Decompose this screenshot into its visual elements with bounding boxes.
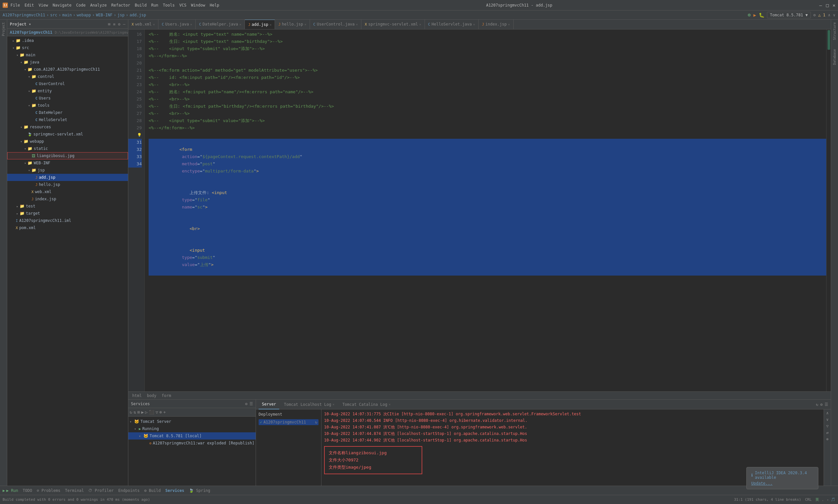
services-war-exploded[interactable]: ⚙ A1207springmvcCh11:war exploded [Repub… [128, 439, 256, 447]
breadcrumb-main[interactable]: main [62, 13, 72, 17]
tree-item-control[interactable]: ▾ 📁 control [7, 73, 128, 80]
build-button[interactable]: ⚙ Build [144, 488, 161, 493]
services-button[interactable]: Services [165, 488, 184, 493]
menu-tools[interactable]: Tools [163, 3, 175, 7]
menu-view[interactable]: View [39, 3, 48, 7]
deployment-reload-icon[interactable]: ↻ [315, 420, 317, 425]
tab-helloservlet[interactable]: C HelloServlet.java ✕ [425, 20, 479, 29]
endpoints-button[interactable]: Endpoints [118, 488, 140, 493]
breadcrumb-webapp[interactable]: webapp [76, 13, 91, 17]
tab-datehelper[interactable]: C DateHelper.java ✕ [196, 20, 245, 29]
server-output-more-icon[interactable]: ☰ [824, 402, 828, 407]
tree-item-web-xml[interactable]: X web.xml [7, 188, 128, 195]
tab-indexjsp[interactable]: J index.jsp ✕ [479, 20, 514, 29]
server-tab-localhost-log[interactable]: Tomcat Localhost Log ✕ [281, 400, 338, 410]
tree-item-pom[interactable]: X pom.xml [7, 224, 128, 231]
services-running[interactable]: ▾ ▶ Running [128, 425, 256, 432]
tree-item-webapp[interactable]: ▾ 📁 webapp [7, 138, 128, 145]
tree-item-liangzibosui[interactable]: 🖼 liangzibosui.jpg [7, 152, 128, 159]
services-reload-icon[interactable]: ↻ [130, 410, 132, 415]
html-breadcrumb[interactable]: html [132, 393, 142, 398]
services-sort-icon[interactable]: ⇅ [133, 410, 136, 415]
tree-item-hello-jsp[interactable]: J hello.jsp [7, 181, 128, 188]
tree-item-idea[interactable]: ▸ 📁 .idea [7, 37, 128, 44]
output-scroll-up-icon[interactable]: ∧ [826, 411, 828, 415]
project-settings-icon[interactable]: ⊞ [108, 22, 110, 26]
output-scroll-down-icon[interactable]: ∨ [826, 417, 828, 422]
services-tomcat-server[interactable]: ▾ 🐱 Tomcat Server [128, 418, 256, 425]
menu-build[interactable]: Build [135, 3, 147, 7]
tree-item-static[interactable]: ▾ 📁 static [7, 145, 128, 152]
toolbar-run-icon[interactable]: ▶ [753, 13, 756, 18]
tree-item-add-jsp[interactable]: J add.jsp [7, 174, 128, 181]
menu-analyze[interactable]: Analyze [90, 3, 107, 7]
services-stop-icon[interactable]: ⬛ [149, 410, 154, 415]
tree-item-jsp-folder[interactable]: ▾ 📁 jsp [7, 166, 128, 174]
menu-file[interactable]: File [11, 3, 20, 7]
minimize-button[interactable]: — [819, 3, 822, 8]
toolbar-gear-icon[interactable]: ⚙ [814, 13, 816, 17]
tree-item-target[interactable]: ▸ 📁 target [7, 210, 128, 217]
todo-button[interactable]: TODO [22, 488, 32, 493]
tree-item-src[interactable]: ▾ 📁 src [7, 44, 128, 51]
tree-item-iml[interactable]: I A1207springmvcCh11.iml [7, 217, 128, 224]
output-wrap-icon[interactable]: ⇄ [826, 430, 828, 435]
database-tool-icon[interactable]: Database [833, 49, 836, 65]
close-button[interactable]: ✕ [833, 3, 835, 8]
tree-item-resources[interactable]: ▾ 📁 resources [7, 123, 128, 130]
tree-item-test[interactable]: ▸ 📁 test [7, 202, 128, 210]
project-gear-icon[interactable]: ⚙ [118, 22, 121, 26]
form-breadcrumb[interactable]: form [162, 393, 171, 398]
toolbar-debug-icon[interactable]: 🐛 [759, 13, 764, 18]
tree-item-springmvc-xml[interactable]: 🍃 springmvc-servlet.xml [7, 130, 128, 138]
services-debug-icon[interactable]: ▷ [145, 410, 148, 415]
server-output-settings-icon[interactable]: ⚙ [820, 402, 823, 407]
tree-item-tools[interactable]: ▾ 📁 tools [7, 102, 128, 109]
tree-item-entity[interactable]: ▾ 📁 entity [7, 87, 128, 94]
terminal-button[interactable]: Terminal [65, 488, 84, 493]
menu-refactor[interactable]: Refactor [111, 3, 130, 7]
tab-usercontrol[interactable]: C UserControl.java ✕ [310, 20, 361, 29]
breadcrumb-addjsp[interactable]: add.jsp [130, 13, 146, 17]
menu-navigate[interactable]: Navigate [53, 3, 72, 7]
server-output-reload-icon[interactable]: ↻ [816, 402, 818, 407]
deployment-item[interactable]: ✓ A1207springmvcCh11 ↻ [258, 419, 319, 425]
tab-usersjava[interactable]: C Users.java ✕ [158, 20, 196, 29]
code-content[interactable]: <%-- 姓名: <input type="text" name="name">… [145, 30, 826, 392]
profiler-button[interactable]: ⏱ Profiler [88, 488, 113, 493]
services-config-icon[interactable]: ☰ [249, 401, 253, 406]
toolbar-search-icon[interactable]: ⊕ [748, 12, 751, 18]
notification-update-link[interactable]: Update... [751, 481, 772, 486]
menu-edit[interactable]: Edit [24, 3, 34, 7]
services-run-icon[interactable]: ▶ [141, 410, 144, 415]
tab-addjsp[interactable]: J add.jsp ✕ [245, 20, 275, 29]
menu-help[interactable]: Help [210, 3, 219, 7]
tree-item-java[interactable]: ▾ 📁 java [7, 58, 128, 66]
services-group-icon[interactable]: ⊞ [138, 410, 140, 415]
spring-button[interactable]: 🍃 Spring [189, 488, 211, 493]
output-filter-icon[interactable]: ▽ [826, 424, 828, 428]
menu-code[interactable]: Code [76, 3, 86, 7]
tomcat-badge[interactable]: Tomcat 8.5.781 ▼ [767, 12, 811, 18]
structure-tool-icon[interactable]: Structure [833, 22, 836, 40]
tree-item-users[interactable]: C Users [7, 94, 128, 102]
services-settings-icon[interactable]: ⚙ [245, 401, 248, 406]
breadcrumb-webinf[interactable]: WEB-INF [96, 13, 113, 17]
toolbar-chevron-up[interactable]: ∧ [828, 13, 831, 17]
tree-item-datehelper[interactable]: C DateHelper [7, 109, 128, 116]
tree-item-com[interactable]: ▾ 📁 com.A1207.A1207springmvcCh11 [7, 66, 128, 73]
tab-hellojsp[interactable]: J hello.jsp ✕ [275, 20, 310, 29]
output-clear-icon[interactable]: ⊗ [826, 437, 828, 442]
body-breadcrumb[interactable]: body [147, 393, 157, 398]
tab-webxml[interactable]: X web.xml ✕ [128, 20, 158, 29]
services-pin-icon[interactable]: ⊕ [159, 410, 162, 415]
tree-item-main[interactable]: ▾ 📁 main [7, 51, 128, 58]
tree-item-index-jsp[interactable]: J index.jsp [7, 195, 128, 202]
breadcrumb-project[interactable]: A1207springmvcCh11 [3, 13, 45, 17]
tree-item-helloservlet[interactable]: C HelloServlet [7, 116, 128, 123]
run-button[interactable]: ▶ ▶ Run [3, 488, 18, 493]
breadcrumb-jsp[interactable]: jsp [118, 13, 125, 17]
tree-item-webinf[interactable]: ▾ 📁 WEB-INF [7, 159, 128, 166]
menu-window[interactable]: Window [191, 3, 205, 7]
menu-run[interactable]: Run [151, 3, 158, 7]
